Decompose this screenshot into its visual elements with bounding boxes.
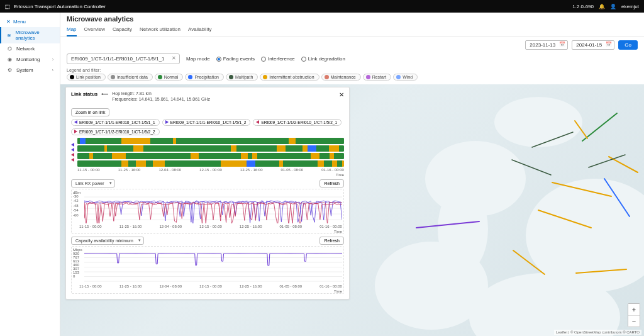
map-zoom-control: + −	[628, 303, 640, 327]
track-handle-icon[interactable]	[71, 153, 74, 157]
legend-pill[interactable]: Restart	[363, 74, 392, 81]
chevron-right-icon: ›	[52, 68, 53, 72]
capacity-chart: Mbps 9207676134603071530 11-15 - 00:0011…	[71, 246, 344, 294]
track-handle-icon[interactable]	[71, 148, 74, 152]
date-to-input[interactable]: 2024-01-15	[572, 40, 614, 50]
track-handle-icon[interactable]	[71, 158, 74, 162]
legend-pill[interactable]: Precipitation	[185, 74, 224, 81]
analytics-icon: ≋	[6, 33, 11, 38]
tab-map[interactable]: Map	[67, 24, 77, 36]
legend-title: Legend and filter:	[67, 68, 638, 72]
link-direction-icon	[165, 120, 169, 124]
link-badge[interactable]: ERI009_1/CT-1/1/2-ERI010_1/CT-1/5/2_2	[71, 128, 160, 135]
legend-swatch-icon	[158, 75, 162, 79]
time-axis-label: Time	[73, 289, 342, 293]
network-icon: ⌬	[6, 46, 13, 52]
link-badge[interactable]: ERI009_1/CT-1/1/1-ERI010_1/CT-1/5/1_1	[71, 119, 160, 126]
link-direction-icon	[256, 120, 259, 124]
search-and-mode-row: ERI009_1/CT-1/1/1-ERI010_1/CT-1/5/1_1 ✕ …	[60, 53, 644, 67]
sidebar-item-network[interactable]: ⌬ Network	[0, 43, 60, 54]
tab-overview[interactable]: Overview	[84, 24, 105, 36]
capacity-refresh-button[interactable]: Refresh	[319, 237, 344, 245]
frequencies: Frequencies: 14.641, 15.061, 14.641, 15.…	[112, 97, 210, 103]
link-badge[interactable]: ERI009_1/CT-1/1/1-ERI010_1/CT-1/5/1_2	[162, 119, 251, 126]
mapmode-label: Map mode	[186, 56, 210, 62]
legend-swatch-icon	[263, 75, 267, 79]
topbar: ⬚ Ericsson Transport Automation Controll…	[0, 0, 644, 13]
capacity-selector[interactable]: Capacity availability minimum	[71, 237, 144, 245]
legend-pill[interactable]: Intermittent obstruction	[260, 74, 319, 81]
mapmode-interference[interactable]: Interference	[261, 56, 295, 62]
sidebar-item-microwave-analytics[interactable]: ≋ Microwave analytics	[0, 27, 60, 43]
clear-search-icon[interactable]: ✕	[172, 55, 176, 61]
svg-point-5	[438, 185, 488, 273]
legend-pill[interactable]: Multipath	[226, 74, 258, 81]
map-link[interactable]	[582, 113, 617, 141]
legend-swatch-icon	[70, 75, 74, 79]
svg-point-1	[494, 97, 582, 147]
fading-timeline	[71, 138, 344, 167]
sidebar-item-system[interactable]: ⚙ System ›	[0, 65, 60, 76]
menu-collapse[interactable]: ✕ Menu	[0, 16, 60, 27]
timeline-row	[77, 153, 344, 159]
rx-refresh-button[interactable]: Refresh	[319, 179, 344, 188]
tab-capacity[interactable]: Capacity	[113, 24, 132, 36]
tabs: Map Overview Capacity Network utilizatio…	[60, 24, 644, 36]
legend-pill[interactable]: Link position	[67, 74, 106, 81]
app-version: 1.2.0-690	[572, 4, 594, 9]
main: Microwave analytics Map Overview Capacit…	[60, 13, 644, 336]
close-icon: ✕	[6, 19, 11, 25]
link-search-input[interactable]: ERI009_1/CT-1/1/1-ERI010_1/CT-1/5/1_1 ✕	[67, 53, 180, 64]
zoom-in-on-link-button[interactable]: Zoom in on link	[71, 108, 109, 116]
time-axis-label: Time	[71, 173, 344, 177]
timeline-row	[77, 145, 344, 152]
user-avatar-icon[interactable]: 👤	[610, 4, 616, 9]
close-panel-icon[interactable]: ✕	[339, 91, 344, 98]
monitoring-icon: ◉	[6, 57, 13, 62]
mapmode-fading-events[interactable]: Fading events	[216, 56, 255, 62]
legend-swatch-icon	[396, 75, 401, 79]
map-content: + − Leaflet | © OpenStreetMap contributo…	[60, 84, 644, 336]
gear-icon: ⚙	[6, 67, 13, 73]
expand-arrow-icon[interactable]: ⟵	[101, 91, 108, 97]
map-attribution: Leaflet | © OpenStreetMap contributors ©…	[554, 330, 641, 335]
legend-swatch-icon	[229, 75, 233, 79]
sidebar-item-label: Microwave analytics	[15, 30, 53, 41]
sidebar-item-label: System	[16, 67, 33, 73]
timeline-row	[77, 160, 344, 167]
map-link[interactable]	[589, 155, 625, 167]
legend-swatch-icon	[325, 75, 329, 79]
chevron-right-icon: ›	[52, 57, 53, 62]
timeline-row	[77, 138, 344, 144]
link-status-panel: Link status ⟵ Hop length: 7.81 km Freque…	[65, 87, 350, 300]
date-toolbar: 2023-11-13 2024-01-15 Go	[60, 36, 644, 53]
sidebar: ✕ Menu ≋ Microwave analytics ⌬ Network ◉…	[0, 13, 60, 336]
legend-pill[interactable]: Maintenance	[321, 74, 361, 81]
legend-pill[interactable]: Wind	[393, 74, 418, 81]
date-from-input[interactable]: 2023-11-13	[525, 40, 568, 50]
legend-pill[interactable]: Normal	[155, 74, 184, 81]
link-direction-icon	[74, 120, 77, 124]
sidebar-item-label: Monitoring	[16, 57, 40, 62]
zoom-in-button[interactable]: +	[628, 304, 640, 315]
tab-network-utilization[interactable]: Network utilization	[140, 24, 180, 36]
tab-availability[interactable]: Availability	[188, 24, 212, 36]
legend-swatch-icon	[111, 75, 115, 79]
link-direction-icon	[74, 130, 77, 133]
search-value: ERI009_1/CT-1/1/1-ERI010_1/CT-1/5/1_1	[71, 56, 165, 62]
legend-pill[interactable]: Insufficient data	[108, 74, 153, 81]
zoom-out-button[interactable]: −	[628, 315, 640, 327]
link-badge[interactable]: ERI009_1/CT-1/1/2-ERI010_1/CT-1/5/2_1	[253, 119, 341, 126]
menu-label: Menu	[13, 19, 26, 25]
link-status-heading: Link status	[71, 91, 97, 97]
hop-length: Hop length: 7.81 km	[112, 91, 210, 97]
rx-power-selector[interactable]: Link RX power	[71, 179, 115, 188]
go-button[interactable]: Go	[618, 40, 638, 50]
notifications-icon[interactable]: 🔔	[599, 4, 605, 9]
sidebar-item-monitoring[interactable]: ◉ Monitoring ›	[0, 54, 60, 65]
vendor-logo-icon: ⬚	[5, 4, 10, 9]
username: ekemjut	[621, 4, 639, 9]
page-title: Microwave analytics	[60, 13, 644, 24]
mapmode-link-degradation[interactable]: Link degradation	[301, 56, 345, 62]
track-handle-icon[interactable]	[71, 143, 74, 147]
